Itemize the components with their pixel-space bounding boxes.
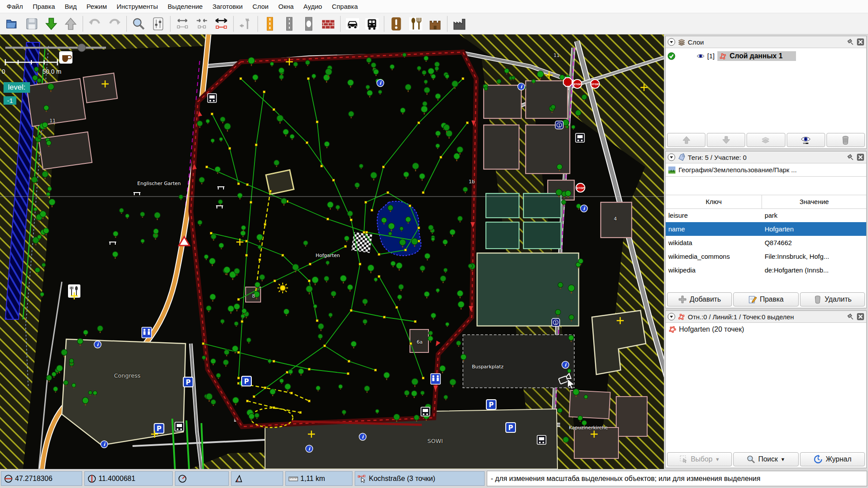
park-preset-icon: [668, 166, 676, 174]
turn-restriction-icon: [238, 16, 253, 31]
layer-move-up-button[interactable]: [667, 133, 705, 147]
layers-panel-title: Слои: [688, 38, 844, 46]
crossing-button[interactable]: [299, 15, 318, 33]
open-file-button[interactable]: [3, 15, 22, 33]
tag-row[interactable]: wikipediade:Hofgarten (Innsb...: [666, 263, 866, 277]
layer-show-hide-button[interactable]: [787, 133, 825, 147]
delete-tag-button[interactable]: Удалить: [800, 292, 865, 306]
selected-object-item[interactable]: Hofgarten (20 точек): [666, 323, 866, 336]
close-icon[interactable]: [857, 153, 864, 161]
collapse-icon[interactable]: [667, 38, 675, 46]
scale-start-label: 0: [2, 68, 5, 75]
tag-icon: [678, 153, 686, 161]
menu-10[interactable]: Справка: [327, 0, 363, 13]
tag-row[interactable]: leisurepark: [666, 208, 866, 222]
right-sidebar: Слои [1]: [664, 34, 868, 469]
bench-icon: [133, 193, 140, 195]
menu-2[interactable]: Вид: [60, 0, 82, 13]
collapse-icon[interactable]: [667, 153, 675, 161]
turn-restriction-button[interactable]: [236, 15, 255, 33]
heading-cell: [175, 471, 229, 486]
toolbar-separator: [126, 16, 127, 32]
motorway-button[interactable]: [260, 15, 280, 33]
history-button[interactable]: Журнал: [800, 452, 865, 466]
tag-row-selected[interactable]: nameHofgarten: [666, 222, 866, 236]
route-shield-icon: 1: [552, 318, 560, 326]
undo-button[interactable]: [85, 15, 105, 33]
preset-row[interactable]: География/Землепользование/Парк ...: [666, 163, 866, 177]
redo-button[interactable]: [105, 15, 124, 33]
castle-button[interactable]: [425, 15, 445, 33]
menu-8[interactable]: Окна: [273, 0, 299, 13]
parking-icon: P: [154, 424, 164, 433]
menu-1[interactable]: Правка: [28, 0, 60, 13]
upload-data-button[interactable]: [61, 15, 80, 33]
add-tag-button[interactable]: Добавить: [667, 292, 732, 306]
distribute-nodes-button[interactable]: [173, 15, 192, 33]
map-render: STOP STOP STOP PPPPP iiiiiiii: [0, 34, 664, 469]
menu-0[interactable]: Файл: [2, 0, 28, 13]
membership-list[interactable]: [666, 177, 866, 195]
zoom-button[interactable]: [129, 15, 148, 33]
layer-visible-eye-icon[interactable]: [697, 52, 705, 60]
bus-button[interactable]: [362, 15, 382, 33]
wall-button[interactable]: [318, 15, 338, 33]
info-icon: i: [101, 441, 108, 448]
motorway-icon: [262, 16, 277, 31]
bus-stop-icon: [421, 407, 430, 416]
pin-icon[interactable]: [846, 313, 854, 321]
menu-bar: ФайлПравкаВидРежимИнструментыВыделениеЗа…: [0, 0, 868, 13]
restaurant-button[interactable]: [406, 15, 425, 33]
preset-label: География/Землепользование/Парк ...: [678, 166, 797, 174]
merge-nodes-button[interactable]: [192, 15, 212, 33]
pin-icon[interactable]: [846, 38, 854, 46]
preferences-button[interactable]: [148, 15, 168, 33]
map-label: 11: [553, 53, 560, 58]
bus-icon: [364, 16, 379, 31]
search-button[interactable]: Поиск ▼: [733, 452, 798, 466]
info-icon: i: [518, 83, 525, 90]
level-badge: level:: [4, 82, 30, 93]
layer-move-down-button[interactable]: [707, 133, 745, 147]
toolbar-separator: [83, 16, 83, 32]
car-button[interactable]: [343, 15, 362, 33]
selection-mode-button[interactable]: Выбор ▼: [667, 452, 732, 466]
map-label: 4: [614, 216, 617, 222]
edit-tag-button[interactable]: Правка: [733, 292, 798, 306]
toolbar-separator: [384, 16, 384, 32]
tag-row[interactable]: wikimedia_commonsFile:Innsbruck, Hofg...: [666, 250, 866, 263]
svg-text:1: 1: [558, 123, 561, 128]
pin-icon[interactable]: [846, 153, 854, 161]
close-icon[interactable]: [857, 313, 864, 321]
extrude-mode-button[interactable]: [212, 15, 231, 33]
toolbar-separator: [340, 16, 341, 32]
download-data-button[interactable]: [42, 15, 61, 33]
cafe-icon: [59, 51, 72, 64]
menu-5[interactable]: Выделение: [163, 0, 207, 13]
tag-row[interactable]: wikidataQ874662: [666, 236, 866, 250]
works-button[interactable]: [450, 15, 469, 33]
road-button[interactable]: [280, 15, 299, 33]
layer-row[interactable]: [1] Слой данных 1: [666, 50, 866, 62]
svg-text:P: P: [157, 425, 162, 433]
bus-stop-icon: [576, 133, 584, 142]
menu-7[interactable]: Слои: [247, 0, 273, 13]
layer-active-check-icon[interactable]: [667, 52, 675, 60]
collapse-icon[interactable]: [667, 313, 675, 321]
layer-name: Слой данных 1: [730, 52, 783, 60]
menu-9[interactable]: Аудио: [299, 0, 327, 13]
menu-4[interactable]: Инструменты: [112, 0, 163, 13]
close-icon[interactable]: [857, 38, 864, 46]
map-canvas[interactable]: STOP STOP STOP PPPPP iiiiiiii: [0, 34, 664, 469]
menu-3[interactable]: Режим: [82, 0, 112, 13]
save-button[interactable]: [22, 15, 42, 33]
svg-text:STOP: STOP: [576, 186, 585, 189]
ruler-icon: [288, 475, 298, 482]
layer-merge-button[interactable]: [747, 133, 785, 147]
castle-icon: [428, 16, 443, 31]
menu-6[interactable]: Заготовки: [208, 0, 248, 13]
tags-panel: Теги: 5 / Участие: 0 География/Землеполь…: [665, 151, 867, 308]
layer-delete-button[interactable]: [826, 133, 865, 147]
selection-panel-title: Отн.:0 / Линий:1 / Точек:0 выделен: [688, 313, 844, 321]
attraction-button[interactable]: [387, 15, 406, 33]
